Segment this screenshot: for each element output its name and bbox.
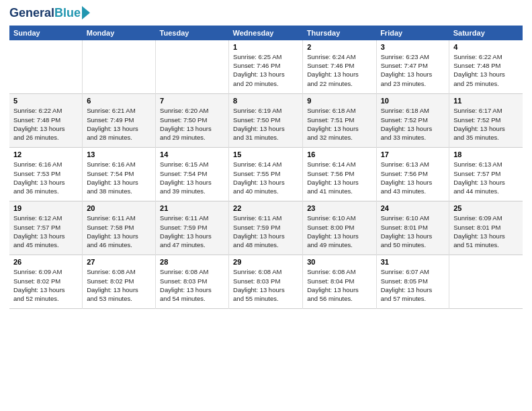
- calendar-day-27: 27Sunrise: 6:08 AM Sunset: 8:02 PM Dayli…: [83, 255, 156, 309]
- day-number: 14: [160, 150, 224, 158]
- day-number: 16: [307, 150, 371, 158]
- day-info: Sunrise: 6:25 AM Sunset: 7:46 PM Dayligh…: [233, 52, 298, 88]
- calendar-day-13: 13Sunrise: 6:16 AM Sunset: 7:54 PM Dayli…: [83, 148, 156, 201]
- calendar-day-30: 30Sunrise: 6:08 AM Sunset: 8:04 PM Dayli…: [303, 255, 376, 309]
- day-info: Sunrise: 6:08 AM Sunset: 8:03 PM Dayligh…: [233, 267, 298, 303]
- day-number: 7: [160, 97, 224, 105]
- calendar-day-14: 14Sunrise: 6:15 AM Sunset: 7:54 PM Dayli…: [156, 148, 229, 201]
- calendar-day-10: 10Sunrise: 6:18 AM Sunset: 7:52 PM Dayli…: [376, 94, 449, 148]
- day-number: 4: [453, 43, 519, 51]
- day-info: Sunrise: 6:14 AM Sunset: 7:56 PM Dayligh…: [307, 160, 371, 195]
- day-info: Sunrise: 6:14 AM Sunset: 7:55 PM Dayligh…: [233, 160, 298, 195]
- calendar-day-3: 3Sunrise: 6:23 AM Sunset: 7:47 PM Daylig…: [376, 40, 449, 94]
- day-number: 27: [87, 258, 151, 266]
- day-number: 3: [381, 43, 445, 51]
- day-header-sunday: Sunday: [9, 26, 83, 40]
- day-info: Sunrise: 6:08 AM Sunset: 8:04 PM Dayligh…: [307, 267, 371, 303]
- calendar-header-row: SundayMondayTuesdayWednesdayThursdayFrid…: [9, 26, 523, 40]
- calendar-week-row: 26Sunrise: 6:09 AM Sunset: 8:02 PM Dayli…: [9, 255, 523, 309]
- calendar-day-8: 8Sunrise: 6:19 AM Sunset: 7:50 PM Daylig…: [229, 94, 303, 148]
- day-header-saturday: Saturday: [449, 26, 523, 40]
- day-info: Sunrise: 6:10 AM Sunset: 8:01 PM Dayligh…: [381, 214, 445, 249]
- day-number: 25: [453, 204, 519, 212]
- day-info: Sunrise: 6:18 AM Sunset: 7:51 PM Dayligh…: [307, 106, 371, 142]
- calendar-day-24: 24Sunrise: 6:10 AM Sunset: 8:01 PM Dayli…: [376, 201, 449, 255]
- calendar-day-21: 21Sunrise: 6:11 AM Sunset: 7:59 PM Dayli…: [156, 201, 229, 255]
- day-info: Sunrise: 6:16 AM Sunset: 7:53 PM Dayligh…: [13, 160, 78, 195]
- day-header-thursday: Thursday: [303, 26, 376, 40]
- calendar-table: SundayMondayTuesdayWednesdayThursdayFrid…: [9, 26, 523, 310]
- day-number: 23: [307, 204, 371, 212]
- calendar-empty-cell: [449, 255, 523, 309]
- day-number: 12: [13, 150, 78, 158]
- day-info: Sunrise: 6:19 AM Sunset: 7:50 PM Dayligh…: [233, 106, 298, 142]
- day-info: Sunrise: 6:17 AM Sunset: 7:52 PM Dayligh…: [453, 106, 519, 142]
- calendar-day-26: 26Sunrise: 6:09 AM Sunset: 8:02 PM Dayli…: [9, 255, 83, 309]
- day-number: 20: [87, 204, 151, 212]
- day-number: 31: [381, 258, 445, 266]
- calendar-week-row: 1Sunrise: 6:25 AM Sunset: 7:46 PM Daylig…: [9, 40, 523, 94]
- day-number: 18: [453, 150, 519, 158]
- day-header-wednesday: Wednesday: [229, 26, 303, 40]
- calendar-day-11: 11Sunrise: 6:17 AM Sunset: 7:52 PM Dayli…: [449, 94, 523, 148]
- day-header-tuesday: Tuesday: [156, 26, 229, 40]
- day-info: Sunrise: 6:18 AM Sunset: 7:52 PM Dayligh…: [381, 106, 445, 142]
- calendar-day-31: 31Sunrise: 6:07 AM Sunset: 8:05 PM Dayli…: [376, 255, 449, 309]
- calendar-day-5: 5Sunrise: 6:22 AM Sunset: 7:48 PM Daylig…: [9, 94, 83, 148]
- day-number: 29: [233, 258, 298, 266]
- calendar-day-12: 12Sunrise: 6:16 AM Sunset: 7:53 PM Dayli…: [9, 148, 83, 201]
- calendar-day-6: 6Sunrise: 6:21 AM Sunset: 7:49 PM Daylig…: [83, 94, 156, 148]
- calendar-day-29: 29Sunrise: 6:08 AM Sunset: 8:03 PM Dayli…: [229, 255, 303, 309]
- calendar-day-1: 1Sunrise: 6:25 AM Sunset: 7:46 PM Daylig…: [229, 40, 303, 94]
- day-info: Sunrise: 6:13 AM Sunset: 7:57 PM Dayligh…: [453, 160, 519, 195]
- day-info: Sunrise: 6:15 AM Sunset: 7:54 PM Dayligh…: [160, 160, 224, 195]
- day-info: Sunrise: 6:11 AM Sunset: 7:58 PM Dayligh…: [87, 214, 151, 249]
- calendar-week-row: 19Sunrise: 6:12 AM Sunset: 7:57 PM Dayli…: [9, 201, 523, 255]
- day-info: Sunrise: 6:21 AM Sunset: 7:49 PM Dayligh…: [87, 106, 151, 142]
- day-info: Sunrise: 6:08 AM Sunset: 8:02 PM Dayligh…: [87, 267, 151, 303]
- day-header-monday: Monday: [83, 26, 156, 40]
- day-info: Sunrise: 6:24 AM Sunset: 7:46 PM Dayligh…: [307, 52, 371, 88]
- day-number: 1: [233, 43, 298, 51]
- calendar-empty-cell: [83, 40, 156, 94]
- day-info: Sunrise: 6:11 AM Sunset: 7:59 PM Dayligh…: [233, 214, 298, 249]
- day-number: 10: [381, 97, 445, 105]
- calendar-week-row: 5Sunrise: 6:22 AM Sunset: 7:48 PM Daylig…: [9, 94, 523, 148]
- logo-text: GeneralBlue: [9, 7, 81, 20]
- day-info: Sunrise: 6:08 AM Sunset: 8:03 PM Dayligh…: [160, 267, 224, 303]
- calendar-day-9: 9Sunrise: 6:18 AM Sunset: 7:51 PM Daylig…: [303, 94, 376, 148]
- day-number: 19: [13, 204, 78, 212]
- day-number: 13: [87, 150, 151, 158]
- day-info: Sunrise: 6:09 AM Sunset: 8:01 PM Dayligh…: [453, 214, 519, 249]
- calendar-day-19: 19Sunrise: 6:12 AM Sunset: 7:57 PM Dayli…: [9, 201, 83, 255]
- day-number: 8: [233, 97, 298, 105]
- calendar-day-7: 7Sunrise: 6:20 AM Sunset: 7:50 PM Daylig…: [156, 94, 229, 148]
- day-number: 9: [307, 97, 371, 105]
- calendar-day-22: 22Sunrise: 6:11 AM Sunset: 7:59 PM Dayli…: [229, 201, 303, 255]
- calendar-empty-cell: [156, 40, 229, 94]
- day-info: Sunrise: 6:13 AM Sunset: 7:56 PM Dayligh…: [381, 160, 445, 195]
- day-info: Sunrise: 6:22 AM Sunset: 7:48 PM Dayligh…: [13, 106, 78, 142]
- calendar-day-25: 25Sunrise: 6:09 AM Sunset: 8:01 PM Dayli…: [449, 201, 523, 255]
- day-info: Sunrise: 6:10 AM Sunset: 8:00 PM Dayligh…: [307, 214, 371, 249]
- calendar-day-20: 20Sunrise: 6:11 AM Sunset: 7:58 PM Dayli…: [83, 201, 156, 255]
- day-number: 2: [307, 43, 371, 51]
- day-number: 11: [453, 97, 519, 105]
- day-info: Sunrise: 6:09 AM Sunset: 8:02 PM Dayligh…: [13, 267, 78, 303]
- day-number: 6: [87, 97, 151, 105]
- page-container: GeneralBlue SundayMondayTuesdayWednesday…: [0, 0, 532, 316]
- day-info: Sunrise: 6:12 AM Sunset: 7:57 PM Dayligh…: [13, 214, 78, 249]
- day-number: 21: [160, 204, 224, 212]
- day-number: 26: [13, 258, 78, 266]
- calendar-day-2: 2Sunrise: 6:24 AM Sunset: 7:46 PM Daylig…: [303, 40, 376, 94]
- day-number: 30: [307, 258, 371, 266]
- day-info: Sunrise: 6:20 AM Sunset: 7:50 PM Dayligh…: [160, 106, 224, 142]
- calendar-day-28: 28Sunrise: 6:08 AM Sunset: 8:03 PM Dayli…: [156, 255, 229, 309]
- day-number: 24: [381, 204, 445, 212]
- calendar-empty-cell: [9, 40, 83, 94]
- logo: GeneralBlue: [9, 7, 90, 20]
- calendar-day-4: 4Sunrise: 6:22 AM Sunset: 7:48 PM Daylig…: [449, 40, 523, 94]
- calendar-day-15: 15Sunrise: 6:14 AM Sunset: 7:55 PM Dayli…: [229, 148, 303, 201]
- day-info: Sunrise: 6:23 AM Sunset: 7:47 PM Dayligh…: [381, 52, 445, 88]
- calendar-day-23: 23Sunrise: 6:10 AM Sunset: 8:00 PM Dayli…: [303, 201, 376, 255]
